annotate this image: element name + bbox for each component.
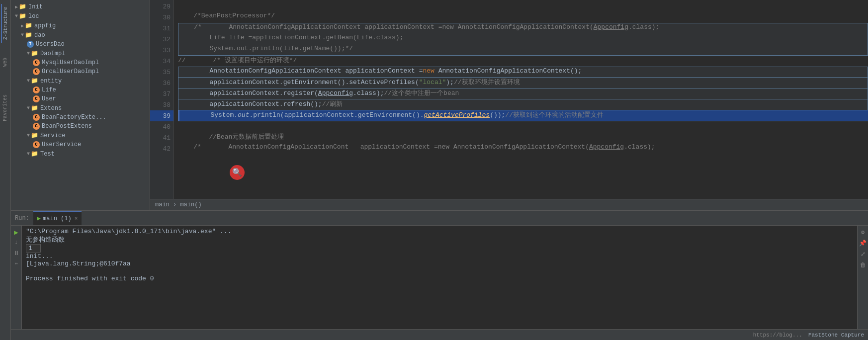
sidebar-item-label: MysqlUserDaoImpl xyxy=(42,59,99,66)
run-output: "C:\Program Files\Java\jdk1.8.0_171\bin\… xyxy=(22,226,857,329)
folder-icon: 📁 xyxy=(25,22,32,29)
file-i-icon: I xyxy=(27,41,34,48)
arrow-icon: ▼ xyxy=(27,78,30,84)
sidebar-item-orcaluserdaoimpl[interactable]: C OrcalUserDaoImpl xyxy=(11,67,150,76)
run-play-button[interactable]: ▶ xyxy=(12,228,21,237)
code-line-36: applicationContext.getEnvironment().setA… xyxy=(178,78,868,88)
arrow-icon: ▼ xyxy=(27,151,30,157)
folder-icon: 📁 xyxy=(31,104,38,112)
code-content[interactable]: /*BeanPostProcessor*/ /* AnnotationConfi… xyxy=(174,0,868,199)
sidebar-item-daoimpl[interactable]: ▼ 📁 DaoImpl xyxy=(11,49,150,58)
folder-icon: 📁 xyxy=(31,77,38,85)
code-line-29 xyxy=(178,1,868,12)
code-line-40 xyxy=(178,121,868,132)
run-expand-button[interactable]: ⤢ xyxy=(859,250,868,258)
code-line-34: // /* 设置项目中运行的环境*/ xyxy=(178,56,868,67)
sidebar-item-usersdao[interactable]: I UsersDao xyxy=(11,40,150,49)
faststone-label: FastStone Capture xyxy=(808,332,864,338)
sidebar-item-mysqluserdaoimpl[interactable]: C MysqlUserDaoImpl xyxy=(11,58,150,67)
z-structure-tab[interactable]: Z-Structure xyxy=(1,4,9,43)
sidebar-item-label: Test xyxy=(40,151,55,158)
code-line-33: System.out.println(life.getName());*/ xyxy=(178,45,868,56)
code-line-41: //Bean元数据前后置处理 xyxy=(178,132,868,143)
arrow-icon: ▼ xyxy=(21,32,24,38)
output-line-6 xyxy=(26,267,853,275)
run-icon: ▶ xyxy=(37,215,41,222)
output-line-2: 无参构造函数 xyxy=(26,235,853,244)
sidebar-item-label: appfig xyxy=(34,22,56,29)
breadcrumb-bar: main › main() xyxy=(150,199,868,210)
code-line-39: System.out.println(applicationContext.ge… xyxy=(178,110,868,121)
sidebar-item-userservice[interactable]: C UserService xyxy=(11,140,150,149)
search-button[interactable]: 🔍 xyxy=(230,165,245,180)
file-c-icon: C xyxy=(33,123,40,130)
file-c-icon: C xyxy=(33,59,40,66)
sidebar-item-dao[interactable]: ▼ 📁 dao xyxy=(11,30,150,40)
file-c-icon: C xyxy=(33,68,40,75)
web-tab[interactable]: Web xyxy=(1,55,9,70)
output-line-5: [Ljava.lang.String;@610f7aa xyxy=(26,260,853,267)
sidebar-item-entity[interactable]: ▼ 📁 entity xyxy=(11,76,150,85)
sidebar-item-label: Init xyxy=(28,3,43,10)
code-line-35: AnnotationConfigApplicationContext appli… xyxy=(178,67,868,78)
run-pin-button[interactable]: 📌 xyxy=(859,239,868,248)
run-left-toolbar: ▶ ↓ ⏸ ⇔ xyxy=(11,226,22,329)
bottom-url: https://blog... xyxy=(753,332,802,338)
file-c-icon: C xyxy=(33,114,40,121)
sidebar-item-life[interactable]: C Life xyxy=(11,85,150,94)
sidebar-item-label: UserService xyxy=(42,141,81,148)
run-panel: Run: ▶ main (1) × ▶ ↓ ⏸ ⇔ "C:\Pro xyxy=(11,210,868,329)
run-trash-button[interactable]: 🗑 xyxy=(859,260,868,269)
folder-icon: 📁 xyxy=(25,31,32,39)
run-down-button[interactable]: ↓ xyxy=(12,238,21,247)
sidebar-item-label: dao xyxy=(34,32,45,39)
sidebar-item-loc[interactable]: ▼ 📁 loc xyxy=(11,11,150,21)
sidebar-item-label: UsersDao xyxy=(36,41,65,48)
file-c-icon: C xyxy=(33,95,40,102)
run-pause-button[interactable]: ⏸ xyxy=(12,249,21,257)
breadcrumb-text: main › main() xyxy=(155,201,202,208)
folder-icon: 📁 xyxy=(19,3,26,10)
sidebar-item-init[interactable]: ▶ 📁 Init xyxy=(11,2,150,11)
run-wrap-button[interactable]: ⇔ xyxy=(12,259,21,268)
code-line-42: /* AnnotationConfigApplicationCont appli… xyxy=(178,143,868,154)
folder-icon: 📁 xyxy=(19,12,26,20)
arrow-icon: ▼ xyxy=(27,51,30,56)
sidebar-item-label: DaoImpl xyxy=(40,50,65,57)
close-tab-button[interactable]: × xyxy=(75,216,78,222)
favorites-tab[interactable]: Favorites xyxy=(1,91,9,124)
output-line-3: 1 xyxy=(26,244,853,253)
top-area: ▶ 📁 Init ▼ 📁 loc ▶ 📁 appfig xyxy=(11,0,868,210)
folder-icon: 📁 xyxy=(31,150,38,158)
output-line-4: init... xyxy=(26,253,853,260)
sidebar-item-user[interactable]: C User xyxy=(11,94,150,103)
run-right-toolbar: ⚙ 📌 ⤢ 🗑 xyxy=(857,226,868,329)
code-line-31: /* AnnotationConfigApplicationContext ap… xyxy=(178,23,868,34)
sidebar-item-label: entity xyxy=(40,78,62,85)
output-line-7: Process finished with exit code 0 xyxy=(26,275,853,282)
sidebar-item-label: Life xyxy=(42,86,56,93)
folder-icon: 📁 xyxy=(31,50,38,57)
sidebar-item-beanpostext[interactable]: C BeanPostExtens xyxy=(11,122,150,131)
sidebar-item-label: OrcalUserDaoImpl xyxy=(42,68,99,75)
code-editor[interactable]: 🔍 29 30 31 32 33 34 35 36 37 38 xyxy=(150,0,868,210)
sidebar-item-service[interactable]: ▼ 📁 Service xyxy=(11,131,150,140)
project-sidebar: ▶ 📁 Init ▼ 📁 loc ▶ 📁 appfig xyxy=(11,0,150,210)
sidebar-item-test[interactable]: ▼ 📁 Test xyxy=(11,149,150,159)
file-c-icon: C xyxy=(33,141,40,148)
sidebar-item-beanfactoryext[interactable]: C BeanFactoryExte... xyxy=(11,113,150,122)
folder-icon: 📁 xyxy=(31,132,38,139)
code-line-32: Life life =applicationContext.getBean(Li… xyxy=(178,34,868,45)
code-line-37: applicationContext.register(Appconfig.cl… xyxy=(178,88,868,99)
sidebar-item-appfig[interactable]: ▶ 📁 appfig xyxy=(11,21,150,30)
code-line-38: applicationContext.refresh();//刷新 xyxy=(178,99,868,110)
arrow-icon: ▶ xyxy=(21,23,24,29)
file-c-icon: C xyxy=(33,86,40,93)
run-tab-main[interactable]: ▶ main (1) × xyxy=(33,211,82,225)
arrow-icon: ▶ xyxy=(15,4,18,10)
run-settings-button[interactable]: ⚙ xyxy=(859,228,868,237)
sidebar-item-label: Service xyxy=(40,132,65,139)
arrow-icon: ▼ xyxy=(15,13,18,19)
sidebar-item-extens[interactable]: ▼ 📁 Extens xyxy=(11,103,150,113)
run-tab-label: main (1) xyxy=(43,215,72,222)
